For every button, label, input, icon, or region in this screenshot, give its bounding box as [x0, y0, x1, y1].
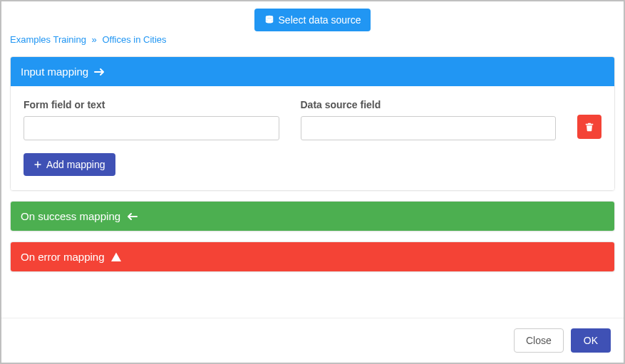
success-mapping-panel: On success mapping [10, 201, 615, 232]
database-icon [264, 15, 274, 25]
input-mapping-header[interactable]: Input mapping [11, 57, 614, 86]
success-mapping-header[interactable]: On success mapping [11, 202, 614, 231]
form-field-input[interactable] [24, 116, 279, 140]
breadcrumb: Examples Training » Offices in Cities [10, 34, 615, 45]
arrow-left-icon [126, 211, 138, 222]
input-mapping-panel: Input mapping Form field or text Data so… [10, 56, 615, 191]
dialog-footer: Close OK [1, 318, 624, 363]
add-mapping-button[interactable]: Add mapping [24, 153, 115, 176]
input-mapping-title: Input mapping [21, 66, 88, 78]
form-field-label: Form field or text [24, 99, 279, 110]
error-mapping-panel: On error mapping [10, 241, 615, 272]
error-mapping-header[interactable]: On error mapping [11, 242, 614, 271]
ok-button[interactable]: OK [571, 328, 611, 353]
warning-icon [110, 251, 122, 263]
select-data-source-label: Select data source [279, 14, 361, 26]
delete-mapping-button[interactable] [577, 115, 601, 139]
chevron-right-icon: » [92, 34, 97, 45]
breadcrumb-current-link[interactable]: Offices in Cities [102, 34, 166, 45]
error-mapping-title: On error mapping [21, 251, 105, 263]
data-source-field-label: Data source field [301, 99, 557, 110]
breadcrumb-root-link[interactable]: Examples Training [10, 34, 86, 45]
success-mapping-title: On success mapping [21, 210, 120, 222]
data-source-field-input[interactable] [301, 116, 557, 140]
arrow-right-icon [94, 66, 105, 78]
select-data-source-button[interactable]: Select data source [254, 9, 371, 31]
close-button[interactable]: Close [514, 328, 564, 353]
svg-point-0 [265, 16, 273, 19]
plus-icon [33, 160, 42, 169]
trash-icon [584, 122, 594, 132]
add-mapping-label: Add mapping [46, 159, 105, 170]
